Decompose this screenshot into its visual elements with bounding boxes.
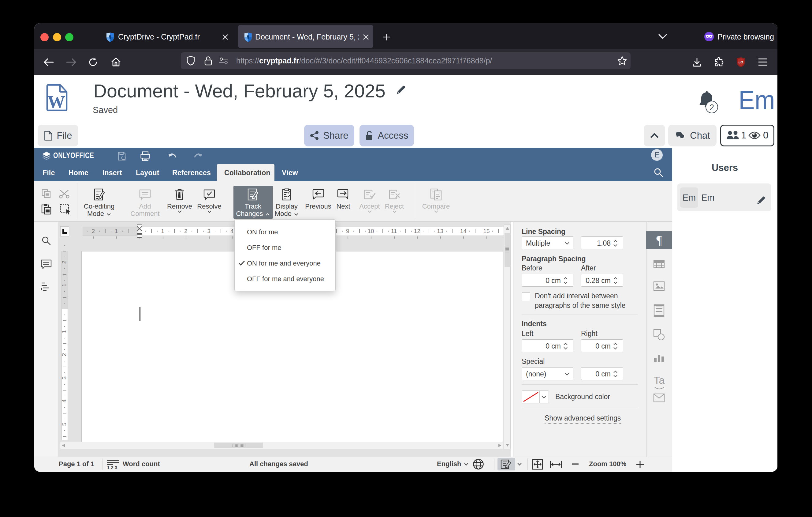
svg-text:W: W <box>48 92 65 112</box>
svg-text:1 2 3: 1 2 3 <box>107 465 117 470</box>
svg-text:uO: uO <box>738 60 744 64</box>
